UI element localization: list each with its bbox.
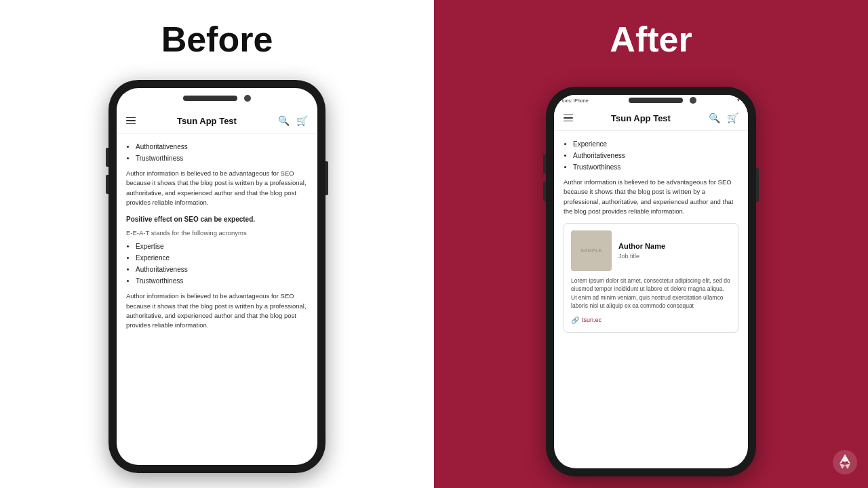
before-bullet-list-2: Expertise Experience Authoritativeness T… [126, 241, 308, 286]
before-header-icons: 🔍 🛒 [278, 115, 308, 126]
author-card-top: SAMPLE Author Name Job title [571, 230, 731, 271]
before-bold-line: Positive effect on SEO can be expected. [126, 214, 308, 224]
after-side-button-left1 [543, 155, 546, 174]
after-search-icon[interactable]: 🔍 [709, 113, 720, 123]
before-section-label: E-E-A-T stands for the following acronym… [126, 228, 308, 238]
list-item: Trustworthiness [136, 153, 308, 163]
after-camera-dot [690, 97, 696, 104]
side-button-left1 [106, 148, 108, 167]
logo-corner [833, 450, 857, 477]
author-link-text: tsun.ec [582, 316, 601, 325]
after-cart-icon[interactable]: 🛒 [727, 113, 738, 123]
svg-point-0 [833, 450, 857, 474]
status-bar-right: ▾ [737, 98, 740, 103]
after-notch-area [591, 95, 734, 110]
before-bullet-list-1: Authoritativeness Trustworthiness [126, 142, 308, 163]
list-item: Authoritativeness [136, 142, 308, 152]
after-paragraph: Author information is believed to be adv… [564, 178, 738, 216]
notch-pill [183, 96, 237, 101]
list-item: Authoritativeness [136, 264, 308, 274]
author-info: Author Name Job title [618, 230, 665, 271]
author-job-title: Job title [618, 252, 665, 262]
list-item: Trustworthiness [136, 276, 308, 286]
fox-logo-icon [833, 450, 857, 474]
svg-point-5 [846, 462, 848, 464]
before-phone-frame: Tsun App Test 🔍 🛒 Authoritativeness Trus… [108, 80, 326, 473]
after-app-title: Tsun App Test [611, 113, 671, 123]
before-paragraph-1: Author information is believed to be adv… [126, 169, 308, 207]
author-card: SAMPLE Author Name Job title Lorem ipsum… [564, 223, 738, 333]
author-name: Author Name [618, 241, 665, 252]
list-item: Experience [573, 139, 738, 149]
after-phone-screen: ions: iPhone ▾ Tsun App Test [554, 95, 748, 468]
side-button-right [326, 161, 328, 195]
list-item: Trustworthiness [573, 162, 738, 172]
link-icon: 🔗 [571, 315, 579, 325]
before-app-title: Tsun App Test [177, 116, 237, 126]
list-item: Expertise [136, 241, 308, 251]
svg-point-4 [842, 462, 844, 464]
after-side-button-right [756, 168, 759, 202]
after-header-icons: 🔍 🛒 [709, 113, 738, 123]
after-panel: After ions: iPhone ▾ [434, 0, 868, 488]
after-bullet-list: Experience Authoritativeness Trustworthi… [564, 139, 738, 172]
author-image: SAMPLE [571, 230, 612, 271]
before-panel: Before Tsun App Test [0, 0, 434, 488]
before-notch-bar [117, 88, 317, 108]
before-app-header: Tsun App Test 🔍 🛒 [117, 108, 317, 134]
before-phone-screen: Tsun App Test 🔍 🛒 Authoritativeness Trus… [117, 88, 317, 465]
after-title: After [610, 19, 692, 60]
before-phone-wrapper: Tsun App Test 🔍 🛒 Authoritativeness Trus… [108, 80, 326, 473]
cart-icon[interactable]: 🛒 [296, 115, 308, 126]
author-link[interactable]: 🔗 tsun.ec [571, 315, 731, 325]
before-paragraph-2: Author information is believed to be adv… [126, 291, 308, 330]
side-button-left2 [106, 175, 108, 194]
status-bar-left: ions: iPhone [562, 98, 589, 103]
after-phone-frame: ions: iPhone ▾ Tsun App Test [546, 87, 756, 476]
before-title: Before [161, 19, 273, 60]
before-screen-content: Authoritativeness Trustworthiness Author… [117, 134, 317, 465]
hamburger-icon[interactable] [126, 117, 136, 125]
author-bio: Lorem ipsum dolor sit amet, consectetur … [571, 277, 731, 310]
search-icon[interactable]: 🔍 [278, 115, 290, 126]
after-screen-content: Experience Authoritativeness Trustworthi… [554, 131, 748, 468]
after-notch-pill [629, 98, 683, 103]
camera-dot [244, 95, 251, 102]
after-hamburger-icon[interactable] [564, 115, 573, 122]
after-side-button-left2 [543, 182, 546, 201]
after-phone-wrapper: ions: iPhone ▾ Tsun App Test [546, 87, 756, 476]
list-item: Authoritativeness [573, 150, 738, 161]
after-status-bar: ions: iPhone ▾ [554, 95, 748, 106]
list-item: Experience [136, 253, 308, 263]
